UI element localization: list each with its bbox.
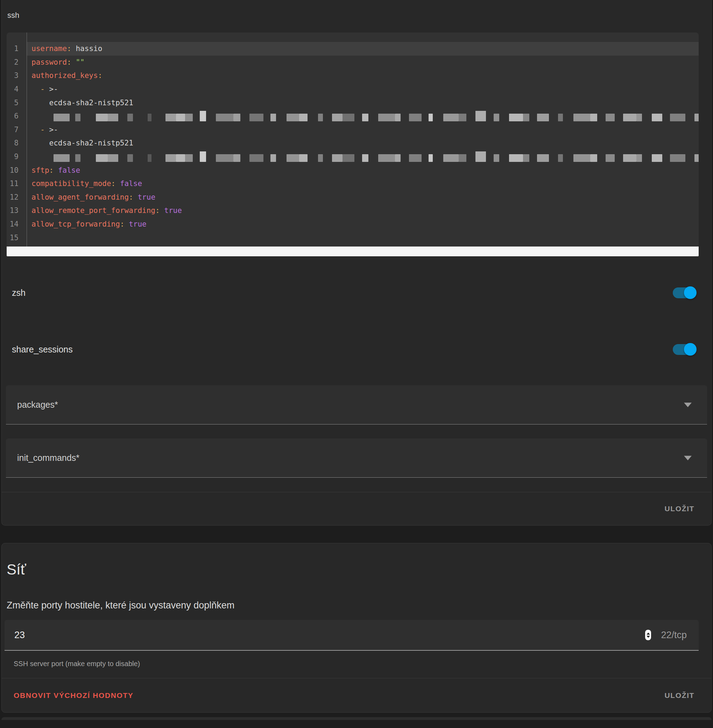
init-commands-select[interactable]: init_commands* [6, 438, 707, 478]
redacted-block [670, 154, 685, 162]
editor-line[interactable]: 11compatibility_mode: false [7, 177, 699, 191]
redacted-block [249, 154, 263, 162]
redacted-block [286, 114, 299, 121]
redacted-block [75, 154, 81, 162]
editor-line-content [27, 109, 699, 123]
redacted-block [332, 114, 343, 121]
editor-line[interactable]: 3authorized_keys: [7, 69, 699, 82]
redacted-block [476, 111, 486, 121]
redacted-block [127, 154, 133, 162]
redacted-block [176, 154, 185, 162]
editor-line-content: compatibility_mode: false [27, 177, 699, 191]
redacted-block [459, 154, 466, 162]
editor-line-content: ecdsa-sha2-nistp521 [27, 136, 699, 150]
redacted-block [249, 114, 263, 121]
redacted-block [443, 114, 459, 121]
redacted-block [185, 114, 193, 121]
redacted-block [395, 154, 401, 162]
redacted-block [286, 154, 299, 162]
network-description: Změňte porty hostitele, které jsou vysta… [2, 600, 711, 611]
redacted-key-blocks [54, 152, 699, 162]
editor-line[interactable]: 12allow_agent_forwarding: true [7, 191, 699, 204]
editor-line[interactable]: 5 ecdsa-sha2-nistp521 [7, 96, 699, 109]
yaml-editor[interactable]: 1username: hassio2password: ""3authorize… [7, 33, 699, 247]
redacted-block [332, 154, 343, 162]
save-config-button[interactable]: ULOŽIT [663, 501, 696, 517]
editor-line[interactable]: 15 [7, 231, 699, 244]
redacted-block [573, 114, 590, 121]
redacted-block [537, 114, 549, 121]
redacted-block [523, 114, 530, 121]
reset-defaults-button[interactable]: OBNOVIT VÝCHOZÍ HODNOTY [12, 688, 135, 703]
editor-line-content: ecdsa-sha2-nistp521 [27, 96, 699, 109]
editor-line[interactable]: 6 [7, 109, 699, 123]
save-network-button[interactable]: ULOŽIT [663, 688, 696, 703]
stepper-down-icon[interactable] [646, 636, 650, 638]
packages-select[interactable]: packages* [6, 385, 707, 424]
redacted-block [428, 154, 433, 162]
line-number: 4 [7, 85, 19, 93]
redacted-block [148, 154, 152, 162]
line-number: 12 [7, 193, 19, 201]
ssh-port-field[interactable]: 22/tcp [4, 620, 699, 651]
port-helper-text: SSH server port (make empty to disable) [2, 660, 711, 668]
editor-line[interactable]: 1username: hassio [7, 42, 699, 56]
stepper-up-icon[interactable] [646, 633, 650, 635]
redacted-block [694, 154, 699, 162]
redacted-block [459, 114, 466, 121]
redacted-block [299, 114, 307, 121]
editor-line[interactable]: 13allow_remote_port_forwarding: true [7, 204, 699, 217]
editor-horizontal-scrollbar[interactable] [7, 247, 699, 256]
zsh-toggle[interactable] [673, 286, 697, 299]
share-sessions-label: share_sessions [12, 344, 673, 354]
line-number: 14 [7, 220, 19, 228]
redacted-block [409, 114, 422, 121]
line-number: 11 [7, 179, 19, 188]
toggle-row-zsh: zsh [2, 284, 711, 301]
toggle-thumb [684, 286, 697, 299]
redacted-block [523, 154, 530, 162]
editor-line-content: username: hassio [27, 42, 699, 56]
toggle-thumb [684, 343, 697, 356]
redacted-key-blocks [54, 111, 699, 121]
editor-line-content: - >- [27, 123, 699, 137]
redacted-block [127, 114, 133, 121]
redacted-block [299, 154, 307, 162]
ssh-port-input[interactable] [13, 630, 645, 641]
editor-line[interactable]: 2password: "" [7, 56, 699, 69]
redacted-block [476, 152, 486, 162]
redacted-block [233, 154, 240, 162]
editor-lines: 1username: hassio2password: ""3authorize… [7, 42, 699, 244]
editor-gutter-divider [27, 33, 27, 247]
config-card-footer: ULOŽIT [2, 492, 711, 525]
editor-line[interactable]: 4 - >- [7, 82, 699, 96]
chevron-down-icon [684, 402, 692, 407]
redacted-block [166, 114, 176, 121]
redacted-block [537, 154, 549, 162]
editor-line[interactable]: 10sftp: false [7, 163, 699, 177]
redacted-block [606, 154, 615, 162]
ssh-option-label: ssh [7, 11, 711, 20]
line-number: 6 [7, 112, 19, 120]
editor-line[interactable]: 14allow_tcp_forwarding: true [7, 217, 699, 231]
share-sessions-toggle[interactable] [673, 343, 697, 356]
redacted-block [96, 154, 108, 162]
redacted-block [652, 154, 662, 162]
editor-line[interactable]: 8 ecdsa-sha2-nistp521 [7, 136, 699, 150]
editor-line-content: allow_tcp_forwarding: true [27, 217, 699, 231]
line-number: 8 [7, 139, 19, 147]
redacted-block [176, 114, 185, 121]
next-card-peek [1, 717, 712, 720]
network-section-title: Síť [2, 543, 711, 578]
line-number: 7 [7, 125, 19, 134]
line-number: 13 [7, 206, 19, 215]
editor-line[interactable]: 7 - >- [7, 123, 699, 137]
editor-line[interactable]: 9 [7, 150, 699, 164]
redacted-block [233, 114, 240, 121]
redacted-block [318, 154, 323, 162]
port-stepper-icon[interactable] [645, 630, 651, 640]
container-port-label: 22/tcp [661, 630, 687, 640]
line-number: 1 [7, 45, 19, 53]
redacted-block [270, 114, 276, 121]
chevron-down-icon [684, 456, 692, 460]
